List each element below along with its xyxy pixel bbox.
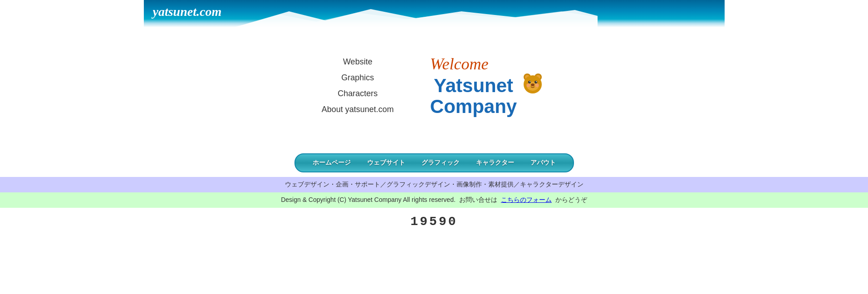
svg-point-13 — [526, 83, 530, 87]
svg-point-11 — [536, 81, 537, 82]
footer-contact-link[interactable]: こちらのフォーム — [501, 196, 552, 204]
logo-company: Company — [430, 96, 517, 117]
jp-nav-about[interactable]: アバウト — [522, 157, 564, 169]
svg-point-12 — [531, 83, 535, 86]
mountain-decoration — [235, 9, 598, 27]
svg-point-14 — [535, 83, 539, 87]
nav-about[interactable]: About yatsunet.com — [322, 105, 394, 114]
welcome-block: Welcome Yatsunet Company — [430, 54, 546, 117]
jp-nav-website[interactable]: ウェブサイト — [359, 157, 413, 169]
footer-bar1: ウェブデザイン・企画・サポート／グラフィックデザイン・画像制作・素材提供／キャラ… — [0, 177, 868, 192]
jp-nav-bar: ホームページ ウェブサイト グラフィック キャラクター アバウト — [294, 153, 574, 172]
svg-point-9 — [535, 81, 537, 83]
nav-characters[interactable]: Characters — [322, 89, 394, 98]
footer-bar2: Design & Copyright (C) Yatsunet Company … — [0, 192, 868, 208]
jp-nav-inner: ホームページ ウェブサイト グラフィック キャラクター アバウト — [294, 153, 574, 172]
page-counter: 19590 — [410, 215, 457, 229]
company-logo: Yatsunet Company — [430, 75, 517, 117]
svg-point-10 — [530, 81, 530, 82]
footer-contact-pre: お問い合せは — [459, 196, 497, 204]
footer-bar1-text: ウェブデザイン・企画・サポート／グラフィックデザイン・画像制作・素材提供／キャラ… — [285, 181, 584, 188]
jp-nav-characters[interactable]: キャラクター — [468, 157, 522, 169]
nav-graphics[interactable]: Graphics — [322, 73, 394, 83]
jp-nav-home[interactable]: ホームページ — [304, 157, 359, 169]
nav-website[interactable]: Website — [322, 57, 394, 67]
svg-point-8 — [528, 81, 531, 83]
center-block: Website Graphics Characters About yatsun… — [322, 54, 546, 117]
logo-yatsunet: Yatsunet — [430, 75, 517, 96]
main-content: Website Graphics Characters About yatsun… — [0, 27, 868, 126]
jp-nav-graphics[interactable]: グラフィック — [413, 157, 468, 169]
site-header: yatsunet.com — [144, 0, 725, 27]
nav-links: Website Graphics Characters About yatsun… — [322, 57, 394, 114]
footer-copyright: Design & Copyright (C) Yatsunet Company … — [281, 196, 456, 204]
footer-contact-post: からどうぞ — [555, 196, 587, 204]
bear-icon — [519, 71, 546, 98]
